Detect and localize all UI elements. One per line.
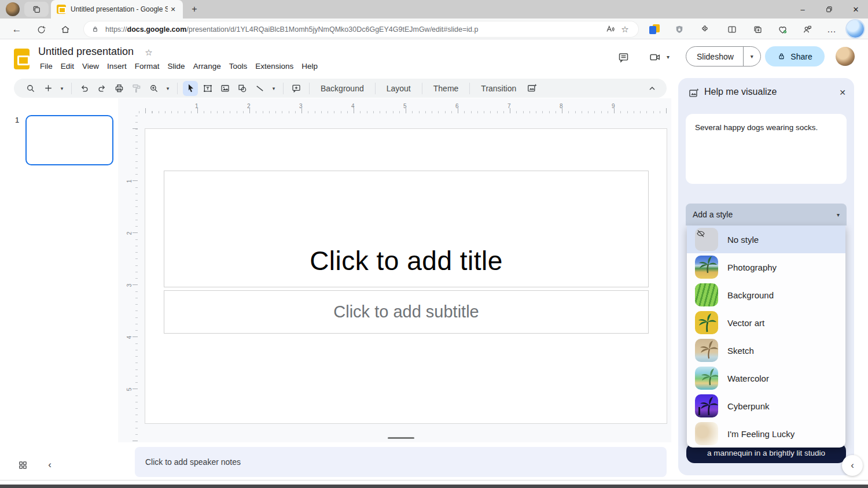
notes-resize-handle[interactable]	[388, 437, 414, 439]
layout-button[interactable]: Layout	[381, 82, 417, 95]
settings-more-icon[interactable]: …	[824, 22, 839, 37]
menu-format[interactable]: Format	[131, 61, 164, 72]
filmstrip-collapse-icon[interactable]: ‹	[44, 459, 56, 471]
watercolor-thumbnail	[695, 367, 718, 390]
style-option-vector-art[interactable]: Vector art	[687, 309, 845, 337]
docs-extension-icon[interactable]	[647, 22, 662, 37]
home-button[interactable]	[58, 22, 73, 37]
comment-history-icon[interactable]	[615, 49, 631, 65]
style-option-label: No style	[727, 235, 759, 245]
paint-format-icon[interactable]	[129, 81, 144, 96]
speaker-notes-input[interactable]: Click to add speaker notes	[135, 447, 667, 477]
transition-button[interactable]: Transition	[475, 82, 522, 95]
ruler-mark: 1	[195, 103, 198, 109]
hide-menus-chevron-icon[interactable]	[645, 81, 660, 96]
style-option-feeling-lucky[interactable]: I'm Feeling Lucky	[687, 420, 845, 448]
menu-tools[interactable]: Tools	[225, 61, 252, 72]
ruler-mark: 4	[126, 336, 133, 339]
style-option-cyberpunk[interactable]: Cyberpunk	[687, 392, 845, 420]
split-screen-icon[interactable]	[724, 22, 740, 37]
menu-help[interactable]: Help	[297, 61, 322, 72]
feedback-icon[interactable]	[800, 22, 815, 37]
insert-shape-icon[interactable]	[235, 81, 250, 96]
new-tab-button[interactable]: +	[187, 3, 201, 16]
ruler-mark: 2	[126, 232, 133, 235]
menu-edit[interactable]: Edit	[57, 61, 78, 72]
help-me-visualize-icon[interactable]	[524, 81, 539, 96]
prompt-textarea[interactable]: Several happy dogs wearing socks.	[686, 114, 847, 184]
undo-icon[interactable]	[77, 81, 92, 96]
toolbar-separator	[422, 83, 422, 94]
style-option-no-style[interactable]: No style	[687, 225, 845, 253]
back-button[interactable]: ←	[9, 22, 24, 37]
menu-insert[interactable]: Insert	[103, 61, 131, 72]
insert-image-icon[interactable]	[218, 81, 233, 96]
window-restore-button[interactable]	[816, 0, 843, 19]
ruler-mark: 8	[560, 103, 563, 109]
zoom-caret-icon[interactable]: ▾	[164, 86, 172, 91]
address-bar[interactable]: https://docs.google.com/presentation/d/1…	[84, 21, 638, 37]
share-button[interactable]: Share	[765, 46, 825, 66]
menu-slide[interactable]: Slide	[164, 61, 189, 72]
slideshow-caret-icon[interactable]: ▾	[743, 47, 760, 66]
copilot-icon[interactable]	[847, 20, 864, 38]
window-minimize-button[interactable]: –	[789, 0, 816, 19]
slide-thumbnail[interactable]	[25, 115, 113, 165]
shield-icon[interactable]	[672, 22, 687, 37]
browser-profile-avatar[interactable]	[6, 2, 20, 16]
grid-view-icon[interactable]	[16, 459, 29, 471]
style-option-sketch[interactable]: Sketch	[687, 337, 845, 364]
title-placeholder[interactable]: Click to add title	[164, 171, 649, 287]
meet-caret-icon[interactable]: ▾	[667, 54, 670, 60]
zoom-icon[interactable]	[146, 81, 161, 96]
read-aloud-icon[interactable]	[602, 24, 617, 34]
menu-arrange[interactable]: Arrange	[189, 61, 225, 72]
browser-tab[interactable]: Untitled presentation - Google S ✕	[51, 0, 183, 19]
meet-camera-icon[interactable]	[645, 49, 665, 65]
print-icon[interactable]	[112, 81, 127, 96]
account-avatar[interactable]	[836, 47, 855, 66]
star-document-icon[interactable]: ☆	[143, 47, 155, 58]
slideshow-button[interactable]: Slideshow ▾	[686, 46, 761, 66]
slides-logo[interactable]	[14, 49, 30, 69]
background-button[interactable]: Background	[315, 82, 370, 95]
document-title[interactable]: Untitled presentation	[38, 46, 134, 58]
line-caret-icon[interactable]: ▾	[270, 86, 278, 91]
insert-comment-icon[interactable]	[289, 81, 304, 96]
lock-icon	[91, 25, 100, 34]
toolbar-separator	[375, 83, 376, 94]
subtitle-placeholder[interactable]: Click to add subtitle	[164, 290, 649, 334]
style-option-background[interactable]: Background	[687, 281, 845, 309]
menu-extensions[interactable]: Extensions	[251, 61, 297, 72]
style-option-watercolor[interactable]: Watercolor	[687, 364, 845, 392]
insert-line-icon[interactable]	[252, 81, 267, 96]
select-tool-icon[interactable]	[183, 81, 198, 96]
new-slide-caret-icon[interactable]: ▾	[58, 86, 66, 91]
panel-collapse-button[interactable]: ‹	[842, 455, 863, 476]
extension-icon[interactable]	[697, 22, 712, 37]
menu-view[interactable]: View	[78, 61, 103, 72]
redo-icon[interactable]	[94, 81, 109, 96]
slideshow-label[interactable]: Slideshow	[686, 47, 743, 66]
theme-button[interactable]: Theme	[428, 82, 465, 95]
text-box-icon[interactable]	[200, 81, 215, 96]
cyberpunk-thumbnail	[695, 394, 718, 417]
style-option-label: Watercolor	[727, 374, 769, 383]
refresh-button[interactable]	[34, 22, 49, 37]
style-dropdown-label: Add a style	[693, 210, 733, 219]
panel-close-icon[interactable]: ✕	[836, 86, 849, 99]
ruler-mark: 2	[247, 103, 251, 109]
tab-close-icon[interactable]: ✕	[168, 4, 178, 14]
style-option-label: I'm Feeling Lucky	[727, 429, 795, 439]
browser-essentials-icon[interactable]	[775, 22, 790, 37]
menu-file[interactable]: File	[36, 61, 57, 72]
window-close-button[interactable]: ✕	[843, 0, 868, 19]
favorites-star-icon[interactable]: ☆	[617, 24, 632, 35]
style-option-photography[interactable]: Photography	[687, 253, 845, 281]
slides-toolbar: ▾ ▾ ▾ Background Layout Theme Transition	[14, 79, 667, 98]
new-slide-button[interactable]	[41, 81, 56, 96]
search-menus-icon[interactable]	[23, 81, 38, 96]
style-dropdown[interactable]: Add a style ▾	[686, 204, 847, 225]
tab-workspaces-button[interactable]	[24, 2, 49, 17]
collections-icon[interactable]	[750, 22, 765, 37]
